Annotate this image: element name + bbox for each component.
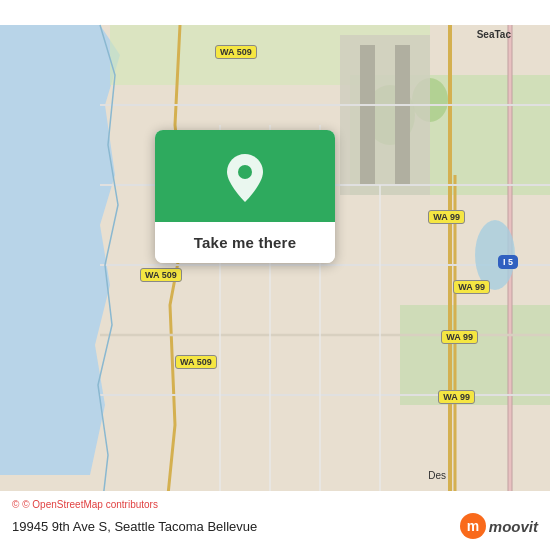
moovit-icon: m xyxy=(459,512,487,540)
road-badge-wa99-3: WA 99 xyxy=(441,330,478,344)
moovit-logo: m moovit xyxy=(459,512,538,540)
road-badge-wa509-1: WA 509 xyxy=(215,45,257,59)
card-header xyxy=(155,130,335,222)
take-me-there-button[interactable]: Take me there xyxy=(155,222,335,263)
location-card: Take me there xyxy=(155,130,335,263)
road-badge-wa509-3: WA 509 xyxy=(175,355,217,369)
attribution-text: © OpenStreetMap contributors xyxy=(22,499,158,510)
svg-rect-6 xyxy=(340,35,430,195)
road-badge-wa509-2: WA 509 xyxy=(140,268,182,282)
address-text: 19945 9th Ave S, Seattle Tacoma Bellevue xyxy=(12,519,257,534)
road-badge-wa99-1: WA 99 xyxy=(428,210,465,224)
address-row: 19945 9th Ave S, Seattle Tacoma Bellevue… xyxy=(12,512,538,540)
moovit-text: moovit xyxy=(489,518,538,535)
map-background xyxy=(0,0,550,550)
attribution: © © OpenStreetMap contributors xyxy=(12,499,538,510)
copyright-symbol: © xyxy=(12,499,19,510)
svg-rect-8 xyxy=(395,45,410,185)
label-seatac: SeaTac xyxy=(473,28,515,41)
label-des: Des xyxy=(424,469,450,482)
road-badge-wa99-4: WA 99 xyxy=(438,390,475,404)
svg-text:m: m xyxy=(467,518,479,534)
bottom-bar: © © OpenStreetMap contributors 19945 9th… xyxy=(0,491,550,550)
svg-rect-3 xyxy=(400,305,550,405)
svg-rect-7 xyxy=(360,45,375,185)
map-container: WA 509 WA 509 WA 509 WA 99 WA 99 WA 99 W… xyxy=(0,0,550,550)
road-badge-i5: I 5 xyxy=(498,255,518,269)
road-badge-wa99-2: WA 99 xyxy=(453,280,490,294)
pin-icon xyxy=(223,152,267,204)
svg-point-23 xyxy=(238,165,252,179)
